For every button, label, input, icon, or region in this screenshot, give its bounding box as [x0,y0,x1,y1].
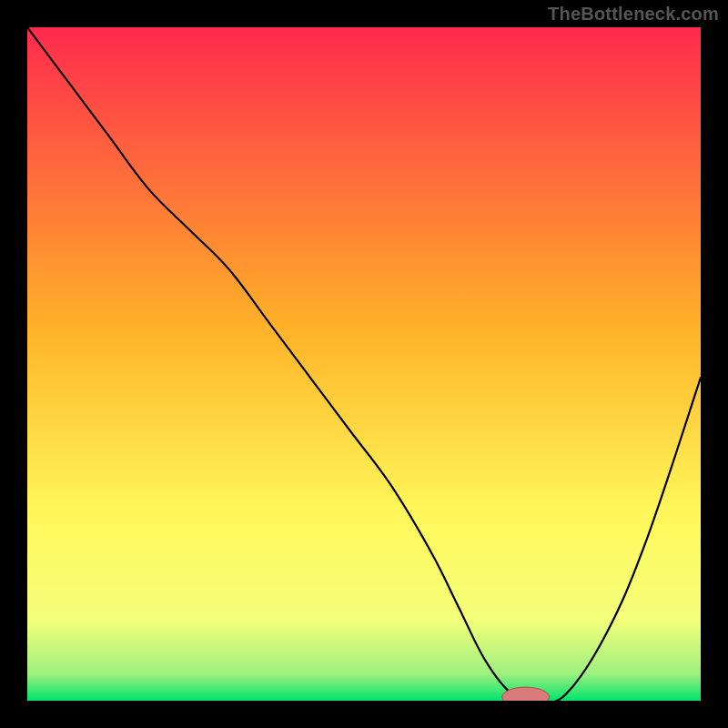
chart-svg [27,27,701,701]
chart-frame: TheBottleneck.com [0,0,728,728]
watermark-text: TheBottleneck.com [548,4,719,25]
gradient-bg [27,27,701,701]
plot-area [27,27,701,701]
